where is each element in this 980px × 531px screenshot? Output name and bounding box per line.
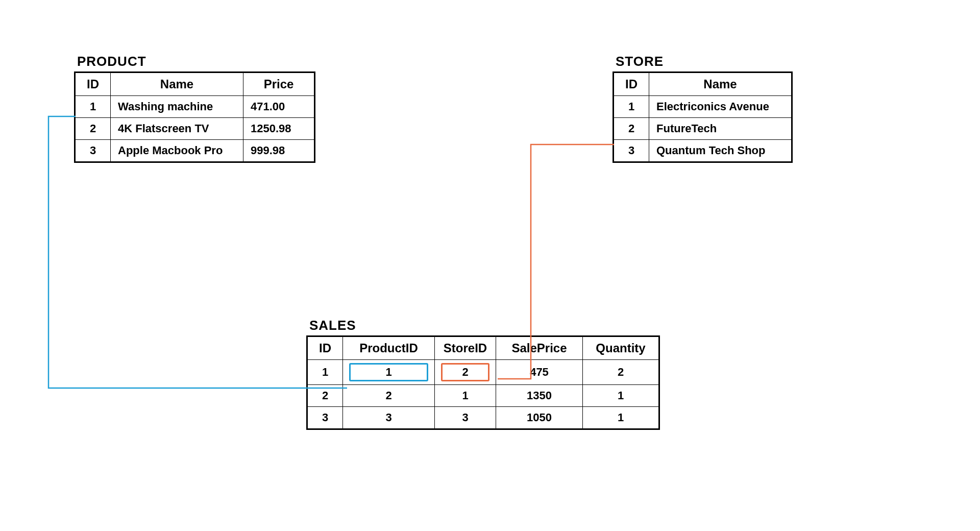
sales-cell-id: 3 [307,407,343,429]
store-cell-id: 1 [614,96,649,118]
sales-cell-saleprice: 1050 [496,407,583,429]
sales-header-storeid: StoreID [435,336,496,360]
sales-cell-quantity: 2 [583,360,659,385]
product-header-price: Price [243,73,315,96]
sales-header-saleprice: SalePrice [496,336,583,360]
sales-cell-storeid: 3 [435,407,496,429]
store-table-block: STORE ID Name 1 Electriconics Avenue 2 F… [612,54,793,163]
sales-cell-id: 2 [307,385,343,407]
product-row: 1 Washing machine 471.00 [75,96,315,118]
sales-cell-saleprice: 475 [496,360,583,385]
store-table: ID Name 1 Electriconics Avenue 2 FutureT… [612,71,793,163]
store-cell-name: FutureTech [649,118,792,140]
sales-header-productid: ProductID [343,336,435,360]
sales-cell-productid-highlighted: 1 [343,360,435,385]
store-row: 2 FutureTech [614,118,792,140]
store-row: 3 Quantum Tech Shop [614,140,792,162]
product-cell-price: 999.98 [243,140,315,162]
store-header-row: ID Name [614,73,792,96]
sales-header-quantity: Quantity [583,336,659,360]
sales-row: 1 1 2 475 2 [307,360,659,385]
product-cell-price: 471.00 [243,96,315,118]
sales-cell-storeid-highlighted: 2 [435,360,496,385]
product-cell-name: Apple Macbook Pro [111,140,243,162]
sales-cell-storeid: 1 [435,385,496,407]
store-title: STORE [612,54,793,69]
product-row: 3 Apple Macbook Pro 999.98 [75,140,315,162]
product-cell-id: 3 [75,140,111,162]
store-cell-name: Electriconics Avenue [649,96,792,118]
store-row: 1 Electriconics Avenue [614,96,792,118]
sales-title: SALES [306,318,660,333]
product-header-row: ID Name Price [75,73,315,96]
sales-table-block: SALES ID ProductID StoreID SalePrice Qua… [306,318,660,430]
sales-cell-saleprice: 1350 [496,385,583,407]
store-header-id: ID [614,73,649,96]
product-row: 2 4K Flatscreen TV 1250.98 [75,118,315,140]
diagram-container: PRODUCT ID Name Price 1 Washing machine … [0,0,980,531]
store-cell-name: Quantum Tech Shop [649,140,792,162]
store-cell-id: 2 [614,118,649,140]
store-cell-id: 3 [614,140,649,162]
sales-cell-productid: 3 [343,407,435,429]
product-cell-id: 2 [75,118,111,140]
sales-cell-quantity: 1 [583,385,659,407]
sales-row: 2 2 1 1350 1 [307,385,659,407]
sales-cell-productid: 2 [343,385,435,407]
product-table-block: PRODUCT ID Name Price 1 Washing machine … [74,54,315,163]
product-cell-id: 1 [75,96,111,118]
sales-header-id: ID [307,336,343,360]
sales-cell-quantity: 1 [583,407,659,429]
sales-header-row: ID ProductID StoreID SalePrice Quantity [307,336,659,360]
product-table: ID Name Price 1 Washing machine 471.00 2… [74,71,315,163]
product-cell-name: 4K Flatscreen TV [111,118,243,140]
product-cell-name: Washing machine [111,96,243,118]
sales-row: 3 3 3 1050 1 [307,407,659,429]
product-header-id: ID [75,73,111,96]
store-header-name: Name [649,73,792,96]
sales-cell-id: 1 [307,360,343,385]
product-title: PRODUCT [74,54,315,69]
sales-table: ID ProductID StoreID SalePrice Quantity … [306,335,660,430]
product-header-name: Name [111,73,243,96]
product-cell-price: 1250.98 [243,118,315,140]
